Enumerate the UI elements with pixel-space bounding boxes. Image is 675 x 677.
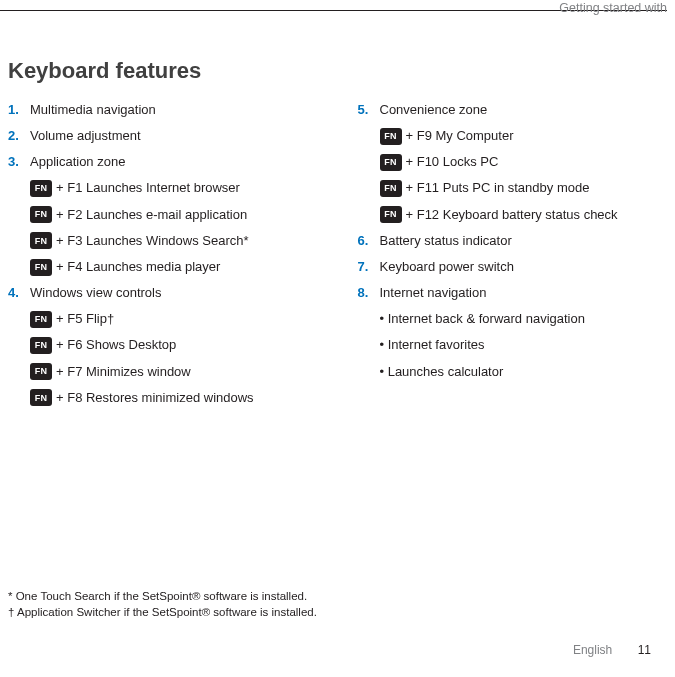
column-right: 5. Convenience zone FN + F9 My Computer …	[358, 101, 668, 415]
shortcut-text: + F7 Minimizes window	[56, 363, 191, 381]
list-item: 6. Battery status indicator	[358, 232, 668, 250]
fn-shortcut: FN + F2 Launches e-mail application	[30, 206, 318, 224]
page-title: Keyboard features	[8, 56, 667, 87]
fn-shortcut: FN + F8 Restores minimized windows	[30, 389, 318, 407]
fn-shortcut: FN + F7 Minimizes window	[30, 363, 318, 381]
item-text: Volume adjustment	[30, 127, 318, 145]
list-item: 4. Windows view controls	[8, 284, 318, 302]
item-number: 7.	[358, 258, 380, 276]
shortcut-text: + F10 Locks PC	[406, 153, 499, 171]
columns: 1. Multimedia navigation 2. Volume adjus…	[8, 101, 667, 415]
footnote: * One Touch Search if the SetSpoint® sof…	[8, 588, 317, 605]
fn-shortcut: FN + F9 My Computer	[380, 127, 668, 145]
bullet-item: • Internet favorites	[380, 336, 668, 354]
fn-shortcut: FN + F12 Keyboard battery status check	[380, 206, 668, 224]
item-text: Convenience zone	[380, 101, 668, 119]
item-number: 6.	[358, 232, 380, 250]
fn-key-icon: FN	[30, 363, 52, 380]
fn-key-icon: FN	[380, 128, 402, 145]
shortcut-text: + F4 Launches media player	[56, 258, 220, 276]
item-text: Application zone	[30, 153, 318, 171]
fn-key-icon: FN	[30, 259, 52, 276]
fn-shortcut: FN + F1 Launches Internet browser	[30, 179, 318, 197]
running-head: Getting started with	[559, 0, 667, 18]
item-text: Multimedia navigation	[30, 101, 318, 119]
fn-key-icon: FN	[30, 389, 52, 406]
footnote: † Application Switcher if the SetSpoint®…	[8, 604, 317, 621]
fn-shortcut: FN + F6 Shows Desktop	[30, 336, 318, 354]
list-item: 8. Internet navigation	[358, 284, 668, 302]
item-text: Keyboard power switch	[380, 258, 668, 276]
shortcut-text: + F3 Launches Windows Search*	[56, 232, 249, 250]
column-left: 1. Multimedia navigation 2. Volume adjus…	[8, 101, 318, 415]
fn-key-icon: FN	[30, 337, 52, 354]
list-item: 1. Multimedia navigation	[8, 101, 318, 119]
fn-key-icon: FN	[30, 232, 52, 249]
list-item: 2. Volume adjustment	[8, 127, 318, 145]
bullet-item: • Internet back & forward navigation	[380, 310, 668, 328]
shortcut-text: + F5 Flip†	[56, 310, 114, 328]
page-footer: English 11	[573, 642, 651, 659]
shortcut-text: + F1 Launches Internet browser	[56, 179, 240, 197]
item-number: 8.	[358, 284, 380, 302]
item-number: 4.	[8, 284, 30, 302]
page-content: Keyboard features 1. Multimedia navigati…	[8, 56, 667, 415]
bullet-item: • Launches calculator	[380, 363, 668, 381]
footnotes: * One Touch Search if the SetSpoint® sof…	[8, 588, 317, 621]
item-number: 2.	[8, 127, 30, 145]
item-text: Battery status indicator	[380, 232, 668, 250]
list-item: 3. Application zone	[8, 153, 318, 171]
shortcut-text: + F12 Keyboard battery status check	[406, 206, 618, 224]
fn-key-icon: FN	[380, 206, 402, 223]
fn-shortcut: FN + F3 Launches Windows Search*	[30, 232, 318, 250]
item-number: 3.	[8, 153, 30, 171]
fn-shortcut: FN + F4 Launches media player	[30, 258, 318, 276]
list-item: 7. Keyboard power switch	[358, 258, 668, 276]
fn-shortcut: FN + F11 Puts PC in standby mode	[380, 179, 668, 197]
item-text: Windows view controls	[30, 284, 318, 302]
shortcut-text: + F8 Restores minimized windows	[56, 389, 254, 407]
fn-key-icon: FN	[30, 206, 52, 223]
item-text: Internet navigation	[380, 284, 668, 302]
fn-key-icon: FN	[380, 154, 402, 171]
item-number: 5.	[358, 101, 380, 119]
fn-key-icon: FN	[30, 180, 52, 197]
fn-shortcut: FN + F10 Locks PC	[380, 153, 668, 171]
fn-key-icon: FN	[30, 311, 52, 328]
fn-shortcut: FN + F5 Flip†	[30, 310, 318, 328]
shortcut-text: + F9 My Computer	[406, 127, 514, 145]
shortcut-text: + F2 Launches e-mail application	[56, 206, 247, 224]
page-number: 11	[638, 642, 651, 659]
shortcut-text: + F11 Puts PC in standby mode	[406, 179, 590, 197]
fn-key-icon: FN	[380, 180, 402, 197]
shortcut-text: + F6 Shows Desktop	[56, 336, 176, 354]
item-number: 1.	[8, 101, 30, 119]
footer-language: English	[573, 643, 612, 657]
list-item: 5. Convenience zone	[358, 101, 668, 119]
